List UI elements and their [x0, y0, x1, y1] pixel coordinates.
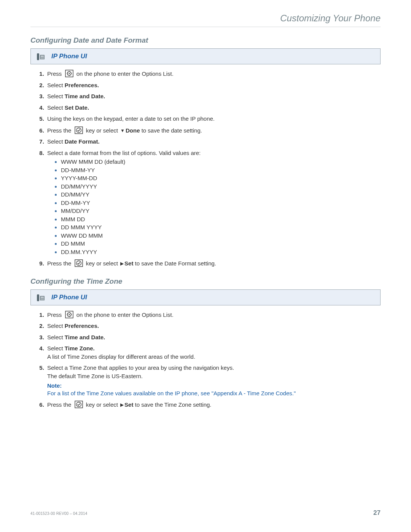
- check-key-icon: [75, 259, 83, 267]
- step-4: Select Time Zone. A list of Time Zones d…: [46, 345, 381, 360]
- list-item: DD.MM.YYYY: [61, 248, 381, 256]
- page-number: 27: [373, 509, 381, 517]
- step-9: Press the key or select ▶Set to save the…: [46, 259, 381, 267]
- page-footer: 41-001523-00 REV00 – 04.2014 27: [30, 509, 381, 517]
- xref-appendix-a[interactable]: "Appendix A - Time Zone Codes.": [212, 390, 296, 396]
- svg-rect-31: [42, 299, 43, 300]
- svg-rect-24: [37, 294, 39, 301]
- step-6: Press the key or select ▶Set to save the…: [46, 401, 381, 409]
- list-item: MM/DD/YY: [61, 207, 381, 215]
- list-item: DD MMM: [61, 240, 381, 248]
- svg-point-35: [68, 314, 70, 315]
- svg-rect-29: [43, 298, 44, 299]
- step-subtext: The default Time Zone is US-Eastern.: [47, 372, 381, 380]
- list-item: YYYY-MM-DD: [61, 174, 381, 182]
- svg-rect-32: [43, 299, 44, 300]
- doc-id: 41-001523-00 REV00 – 04.2014: [30, 511, 88, 516]
- step-1: Press: [46, 70, 381, 78]
- step-3: Select Time and Date.: [46, 93, 381, 100]
- list-item: DD/MM/YY: [61, 191, 381, 198]
- step-6: Press the key or select ▼Done to save th…: [46, 126, 381, 134]
- list-item: DD/MM/YYYY: [61, 183, 381, 190]
- ui-banner-title: IP Phone UI: [51, 294, 87, 301]
- ui-banner-title: IP Phone UI: [51, 53, 87, 60]
- page: Customizing Your Phone Configuring Date …: [0, 0, 411, 532]
- deskphone-icon: [35, 292, 46, 303]
- step-3: Select Time and Date.: [46, 334, 381, 341]
- step-2: Select Preferences.: [46, 322, 381, 330]
- section-title-date: Configuring Date and Date Format: [30, 36, 381, 45]
- step-subtext: A list of Time Zones display for differe…: [47, 353, 381, 361]
- svg-rect-27: [41, 298, 41, 299]
- deskphone-icon: [35, 51, 46, 62]
- right-triangle-icon: ▶: [120, 261, 124, 267]
- note-body: For a list of the Time Zone values avail…: [47, 390, 381, 397]
- list-item: DD-MMM-YY: [61, 166, 381, 174]
- section-title-timezone: Configuring the Time Zone: [30, 277, 381, 286]
- gear-key-icon: [65, 311, 73, 318]
- svg-point-11: [68, 73, 70, 74]
- list-item: WWW DD MMM: [61, 232, 381, 240]
- check-key-icon: [75, 126, 83, 134]
- svg-rect-26: [41, 297, 44, 298]
- svg-rect-2: [41, 56, 44, 57]
- date-format-list: WWW MMM DD (default) DD-MMM-YY YYYY-MM-D…: [54, 158, 381, 256]
- check-key-icon: [75, 401, 83, 408]
- svg-rect-28: [42, 298, 43, 299]
- svg-rect-8: [43, 58, 44, 59]
- step-5: Select a Time Zone that applies to your …: [46, 364, 381, 397]
- list-item: MMM DD: [61, 216, 381, 223]
- step-8: Select a date format from the list of op…: [46, 149, 381, 256]
- svg-rect-7: [42, 58, 43, 59]
- step-7: Select Date Format.: [46, 138, 381, 145]
- svg-rect-6: [41, 58, 41, 59]
- list-item: WWW MMM DD (default): [61, 158, 381, 166]
- right-triangle-icon: ▶: [120, 402, 124, 408]
- list-item: DD-MM-YY: [61, 199, 381, 207]
- down-triangle-icon: ▼: [120, 128, 125, 134]
- ui-banner-timezone: IP Phone UI: [30, 289, 381, 305]
- steps-list-timezone: Press: [30, 311, 381, 409]
- step-1: Press: [46, 311, 381, 319]
- step-2: Select Preferences.: [46, 81, 381, 89]
- ui-banner-date: IP Phone UI: [30, 48, 381, 64]
- svg-rect-3: [41, 57, 41, 58]
- gear-key-icon: [65, 70, 73, 77]
- running-header: Customizing Your Phone: [30, 13, 381, 27]
- steps-list-date: Press: [30, 70, 381, 267]
- step-4: Select Set Date.: [46, 104, 381, 112]
- svg-rect-0: [37, 53, 39, 60]
- header-rule: [30, 27, 381, 27]
- step-5: Using the keys on the keypad, enter a da…: [46, 115, 381, 123]
- list-item: DD MMM YYYY: [61, 224, 381, 231]
- svg-rect-4: [42, 57, 43, 58]
- svg-rect-30: [41, 299, 41, 300]
- note-label: Note:: [47, 382, 381, 390]
- svg-rect-5: [43, 57, 44, 58]
